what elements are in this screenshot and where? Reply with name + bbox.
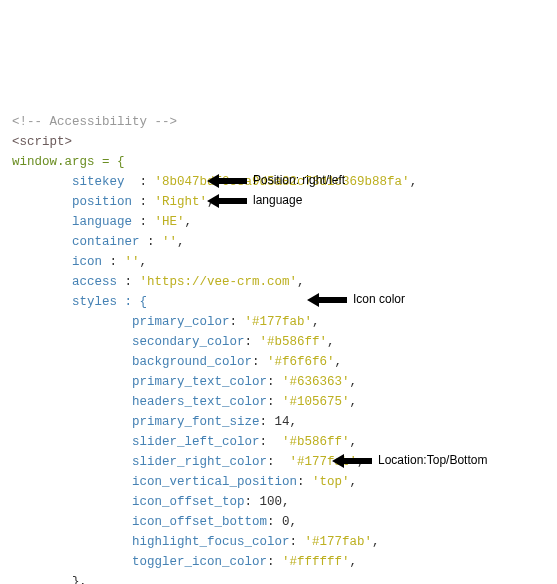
- annotation-location: Location:Top/Bottom: [332, 451, 487, 470]
- svg-marker-1: [207, 194, 247, 208]
- prop-key: toggler_icon_color: [132, 555, 267, 569]
- prop-key: language: [72, 215, 132, 229]
- prop-value: 'https://vee-crm.com': [140, 275, 298, 289]
- prop-value: '': [162, 235, 177, 249]
- annotation-text: Location:Top/Bottom: [378, 451, 487, 470]
- prop-key: secondary_color: [132, 335, 245, 349]
- annotation-position: Position: right/left: [207, 171, 345, 190]
- prop-key: headers_text_color: [132, 395, 267, 409]
- window-args-line: window.args = {: [12, 155, 125, 169]
- prop-key: position: [72, 195, 132, 209]
- prop-key: icon_offset_bottom: [132, 515, 267, 529]
- styles-close: },: [72, 575, 87, 584]
- html-comment: <!-- Accessibility -->: [12, 115, 177, 129]
- prop-key: icon: [72, 255, 102, 269]
- prop-value: '#177fab': [305, 535, 373, 549]
- prop-value: '#b586ff': [275, 435, 350, 449]
- annotation-text: Icon color: [353, 290, 405, 309]
- code-snippet: <!-- Accessibility --> <script> window.a…: [12, 92, 545, 584]
- prop-value: '': [125, 255, 140, 269]
- prop-key: slider_left_color: [132, 435, 260, 449]
- arrow-icon: [332, 454, 372, 468]
- svg-marker-0: [207, 174, 247, 188]
- prop-key: icon_offset_top: [132, 495, 245, 509]
- svg-marker-2: [307, 293, 347, 307]
- prop-value: '#f6f6f6': [267, 355, 335, 369]
- prop-key: primary_color: [132, 315, 230, 329]
- script-open-tag: <script>: [12, 135, 72, 149]
- annotation-icon-color: Icon color: [307, 290, 405, 309]
- annotation-text: language: [253, 191, 302, 210]
- prop-key: icon_vertical_position: [132, 475, 297, 489]
- annotation-text: Position: right/left: [253, 171, 345, 190]
- prop-value: 14: [275, 415, 290, 429]
- prop-key: slider_right_color: [132, 455, 267, 469]
- prop-key: highlight_focus_color: [132, 535, 290, 549]
- prop-value: 'top': [312, 475, 350, 489]
- prop-key: container: [72, 235, 140, 249]
- prop-key: primary_text_color: [132, 375, 267, 389]
- prop-value: 100: [260, 495, 283, 509]
- annotation-language: language: [207, 191, 302, 210]
- prop-key: access: [72, 275, 117, 289]
- prop-value: '#636363': [282, 375, 350, 389]
- prop-value: '#b586ff': [260, 335, 328, 349]
- prop-key: primary_font_size: [132, 415, 260, 429]
- prop-value: '#177fab': [245, 315, 313, 329]
- prop-key: background_color: [132, 355, 252, 369]
- prop-value: 'HE': [155, 215, 185, 229]
- styles-label: styles : {: [72, 295, 147, 309]
- arrow-icon: [307, 293, 347, 307]
- prop-value: 0: [282, 515, 290, 529]
- prop-value: 'Right': [155, 195, 208, 209]
- prop-key: sitekey: [72, 175, 125, 189]
- arrow-icon: [207, 194, 247, 208]
- prop-value: '#ffffff': [282, 555, 350, 569]
- svg-marker-3: [332, 454, 372, 468]
- arrow-icon: [207, 174, 247, 188]
- prop-value: '#105675': [282, 395, 350, 409]
